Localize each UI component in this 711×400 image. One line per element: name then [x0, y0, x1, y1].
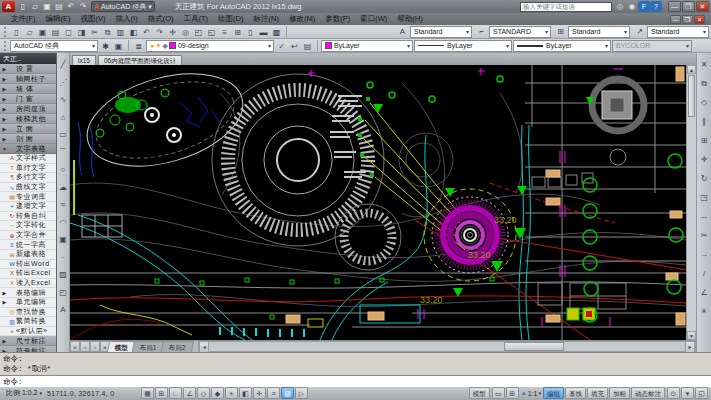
menu-item[interactable]: 窗口(W) [355, 13, 392, 25]
linetype-combo[interactable]: ByLayer▾ [414, 40, 512, 52]
color-combo[interactable]: ByLayer▾ [321, 40, 413, 52]
zoom-window-icon[interactable]: ◰ [192, 26, 205, 38]
copy-icon[interactable]: ⧉ [101, 26, 114, 38]
toolbar-grip[interactable] [4, 41, 7, 51]
copy-object-icon[interactable]: ⧉ [698, 74, 711, 93]
menu-item[interactable]: 帮助(H) [392, 13, 427, 25]
layout-tab[interactable]: 布局1 [132, 341, 165, 352]
dim-style-icon[interactable]: ⌐ [475, 27, 488, 36]
paste-icon[interactable]: ▥ [114, 26, 127, 38]
transparency-toggle[interactable]: ▨ [281, 387, 294, 399]
calculator-icon[interactable]: ▩ [270, 26, 283, 38]
point-icon[interactable]: · [57, 248, 69, 266]
vertical-scrollbar[interactable]: ▲ ▼ [686, 65, 696, 340]
polar-toggle[interactable]: ∠ [183, 387, 196, 399]
sidebar-item[interactable]: ▶ 门 窗 [0, 94, 56, 104]
pan-icon[interactable]: ✛ [166, 26, 179, 38]
move-icon[interactable]: ✛ [698, 150, 711, 169]
sidebar-item[interactable]: ▶ 房间屋顶 [0, 104, 56, 114]
tab-next-icon[interactable]: › [90, 341, 100, 352]
snap-toggle[interactable]: ▦ [141, 387, 154, 399]
sidebar-item[interactable]: ▶ 设 置 [0, 64, 56, 74]
clean-screen-icon[interactable]: ◱ [695, 387, 708, 399]
stretch-icon[interactable]: ↔ [698, 207, 711, 226]
tarch-toggle-button[interactable]: 填充 [587, 387, 608, 399]
cut-icon[interactable]: ✂ [88, 26, 101, 38]
qundo-icon[interactable]: ↶ [65, 1, 77, 12]
scroll-down-icon[interactable]: ▼ [687, 331, 696, 340]
tarch-toggle-button[interactable]: 动态标注 [631, 387, 665, 399]
scale-control[interactable]: 比例 1:0.2▾ [3, 387, 45, 399]
zoom-realtime-icon[interactable]: ◎ [179, 26, 192, 38]
extend-icon[interactable]: → [698, 245, 711, 264]
match-properties-icon[interactable]: ◧ [127, 26, 140, 38]
tarch-toggle-button[interactable]: 基线 [565, 387, 586, 399]
toolbar-grip[interactable] [4, 27, 7, 37]
designcenter-icon[interactable]: ⊞ [231, 26, 244, 38]
document-tab[interactable]: lx15 [72, 55, 96, 65]
ellipse-icon[interactable]: ◠ [57, 213, 69, 231]
horizontal-scrollbar[interactable]: ◄ ► [198, 341, 696, 352]
new-icon[interactable]: ▯ [10, 26, 23, 38]
plot-preview-icon[interactable]: ◻ [62, 26, 75, 38]
annotation-scale-control[interactable]: ▲ 1:1 ▾ [521, 390, 541, 397]
osnap-3d-toggle[interactable]: ◆ [211, 387, 224, 399]
layer-states-icon[interactable]: ▤ [301, 40, 314, 52]
layer-freeze-icon[interactable]: ☀ [155, 42, 161, 50]
array-icon[interactable]: ⊞ [698, 131, 711, 150]
tarch-toggle-button[interactable]: 加粗 [609, 387, 630, 399]
menu-item[interactable]: 视图(V) [76, 13, 111, 25]
menu-item[interactable]: 格式(O) [143, 13, 179, 25]
scroll-left-icon[interactable]: ◄ [199, 342, 209, 352]
tab-first-icon[interactable]: « [70, 341, 80, 352]
menu-item[interactable]: 标注(N) [249, 13, 284, 25]
make-object-layer-current-icon[interactable]: ✓ [275, 40, 288, 52]
sidebar-item[interactable]: ▶ 立 面 [0, 124, 56, 134]
redo-icon[interactable]: ↷ [153, 26, 166, 38]
text-style-icon[interactable]: A [396, 27, 409, 36]
sidebar-item[interactable]: ▶ 符号标注 [0, 346, 56, 352]
restore-button[interactable]: ❐ [682, 1, 695, 12]
construction-line-icon[interactable]: ⋰ [57, 73, 69, 91]
explode-icon[interactable]: ✳ [698, 302, 711, 321]
mleader-style-icon[interactable]: ↗ [633, 27, 646, 36]
insert-block-icon[interactable]: ▣ [57, 230, 69, 248]
osnap-toggle[interactable]: ◇ [197, 387, 210, 399]
tarch-toggle-button[interactable]: 编组 [543, 387, 564, 399]
circle-icon[interactable]: ○ [57, 160, 69, 178]
doc-minimize-button[interactable]: — [670, 15, 681, 24]
arc-icon[interactable]: ⌒ [57, 143, 69, 161]
scroll-right-icon[interactable]: ► [685, 342, 695, 352]
help-search-input[interactable] [520, 2, 612, 12]
polygon-icon[interactable]: ⌂ [57, 108, 69, 126]
drawing-canvas[interactable]: 33.20 33.20 33.20 [70, 65, 686, 340]
menu-item[interactable]: 工具(T) [179, 13, 214, 25]
tool-palettes-icon[interactable]: ▯ [244, 26, 257, 38]
style-combo[interactable]: Standard▾ [647, 26, 709, 38]
layout-tab[interactable]: 布局2 [160, 341, 193, 352]
qsave-icon[interactable]: ▣ [41, 1, 53, 12]
vertical-scroll-thumb[interactable] [688, 75, 695, 117]
layer-on-icon[interactable]: ● [150, 42, 154, 50]
layer-properties-icon[interactable]: ≣ [132, 40, 145, 52]
grid-toggle[interactable]: ⊞ [155, 387, 168, 399]
close-button[interactable]: ✕ [696, 1, 709, 12]
chamfer-icon[interactable]: ∠ [698, 283, 711, 302]
doc-restore-button[interactable]: ❐ [682, 15, 693, 24]
doc-close-button[interactable]: ✕ [694, 15, 705, 24]
save-icon[interactable]: ▣ [36, 26, 49, 38]
autocad-logo-icon[interactable]: A [2, 1, 15, 12]
menu-item[interactable]: 插入(I) [111, 13, 143, 25]
layer-previous-icon[interactable]: ↩ [288, 40, 301, 52]
publish-icon[interactable]: ◨ [75, 26, 88, 38]
toolbar-lock-icon[interactable]: ⊙ [667, 387, 680, 399]
region-icon[interactable]: ◰ [57, 283, 69, 301]
coordinates-readout[interactable]: 51711.0, 32617.4, 0 [47, 390, 139, 397]
ducs-toggle[interactable]: ◧ [239, 387, 252, 399]
qredo-icon[interactable]: ↷ [77, 1, 89, 12]
open-icon[interactable]: ▱ [23, 26, 36, 38]
sidebar-item[interactable]: ▶ 墙 体 [0, 84, 56, 94]
sidebar-item[interactable]: ▶ 剖 面 [0, 134, 56, 144]
table-style-icon[interactable]: ⊞ [554, 27, 567, 36]
workspaces-combo[interactable]: AutoCAD 经典▾ [10, 40, 98, 52]
